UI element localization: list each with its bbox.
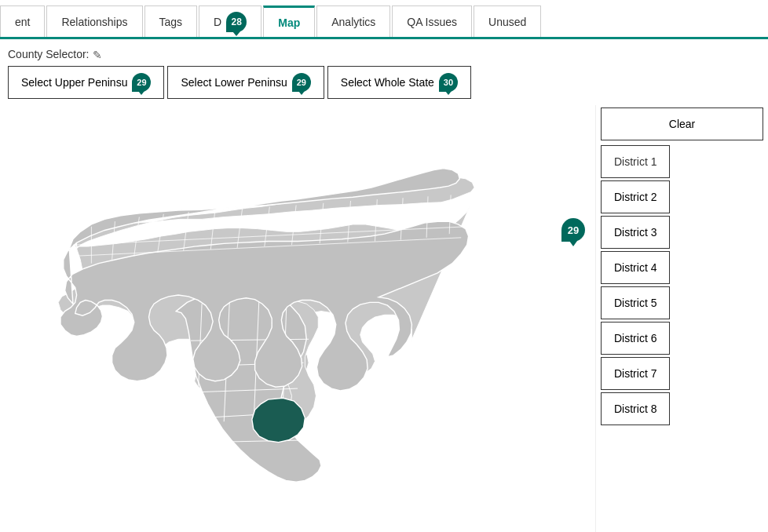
tab-tags[interactable]: Tags xyxy=(144,5,198,37)
whole-state-label: Select Whole State xyxy=(341,76,434,89)
lower-peninsula-badge: 29 xyxy=(292,73,311,92)
michigan-map-svg xyxy=(0,105,595,532)
clear-label: Clear xyxy=(669,118,695,130)
whole-state-badge: 30 xyxy=(439,73,458,92)
tab-d-badge: 28 xyxy=(226,12,247,32)
tab-bar: ent Relationships Tags D 28 Map Analytic… xyxy=(0,0,768,39)
district-2-button[interactable]: District 2 xyxy=(601,180,670,213)
district-8-button[interactable]: District 8 xyxy=(601,392,670,425)
map-badge-sidebar: 29 xyxy=(561,218,585,242)
tab-ent-label: ent xyxy=(15,16,30,28)
tab-unused-label: Unused xyxy=(488,16,526,28)
tab-d[interactable]: D 28 xyxy=(199,5,261,37)
district-5-button[interactable]: District 5 xyxy=(601,286,670,319)
district-7-button[interactable]: District 7 xyxy=(601,357,670,390)
select-whole-state-button[interactable]: Select Whole State 30 xyxy=(327,66,471,99)
tab-unused[interactable]: Unused xyxy=(474,5,541,37)
tab-map-label: Map xyxy=(278,16,300,29)
tab-ent[interactable]: ent xyxy=(0,5,45,37)
upper-peninsula-badge: 29 xyxy=(132,73,151,92)
edit-icon[interactable]: ✎ xyxy=(93,49,102,61)
tab-qa-issues[interactable]: QA Issues xyxy=(392,5,472,37)
select-upper-peninsula-button[interactable]: Select Upper Peninsu 29 xyxy=(8,66,164,99)
content-area: County Selector: ✎ Select Upper Peninsu … xyxy=(0,39,768,532)
lower-peninsula-label: Select Lower Peninsu xyxy=(181,76,287,89)
district-list: District 1District 2District 3District 4… xyxy=(596,143,768,428)
district-3-button[interactable]: District 3 xyxy=(601,216,670,249)
select-lower-peninsula-button[interactable]: Select Lower Peninsu 29 xyxy=(167,66,324,99)
district-sidebar: Clear District 1District 2District 3Dist… xyxy=(595,105,768,532)
district-1-button[interactable]: District 1 xyxy=(601,145,670,178)
tab-map[interactable]: Map xyxy=(263,5,315,37)
upper-peninsula-label: Select Upper Peninsu xyxy=(21,76,127,89)
tab-d-label: D xyxy=(214,16,221,28)
tab-relationships-label: Relationships xyxy=(61,16,127,28)
map-area[interactable]: 29 xyxy=(0,105,595,532)
county-selector-label: County Selector: xyxy=(8,48,90,60)
district-6-button[interactable]: District 6 xyxy=(601,322,670,355)
tab-qa-issues-label: QA Issues xyxy=(407,16,457,28)
district-4-button[interactable]: District 4 xyxy=(601,251,670,284)
tab-analytics[interactable]: Analytics xyxy=(316,5,390,37)
highlighted-district[interactable] xyxy=(252,398,305,442)
tab-analytics-label: Analytics xyxy=(331,16,375,28)
tab-tags-label: Tags xyxy=(159,16,183,28)
main-area: 29 Clear District 1District 2District 3D… xyxy=(0,105,768,532)
tab-relationships[interactable]: Relationships xyxy=(46,5,142,37)
county-selector-row: County Selector: ✎ xyxy=(0,47,768,66)
clear-button[interactable]: Clear xyxy=(601,107,763,140)
button-row: Select Upper Peninsu 29 Select Lower Pen… xyxy=(0,66,768,105)
